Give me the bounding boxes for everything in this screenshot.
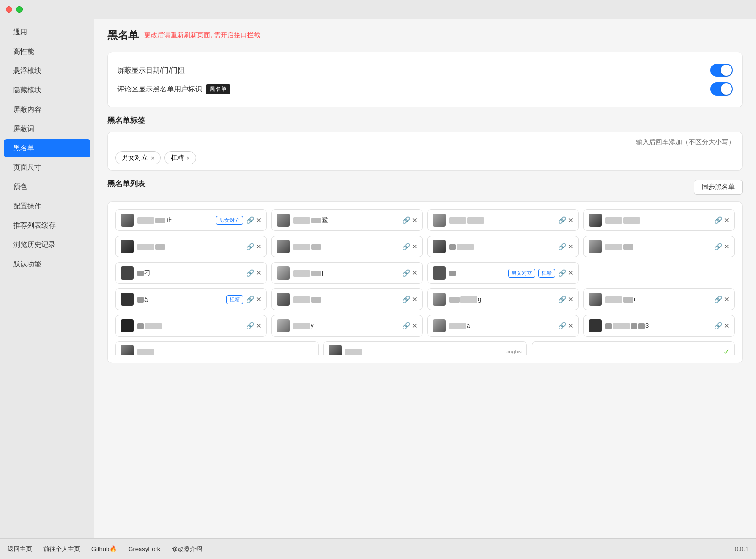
- edit-icon-4[interactable]: 🔗: [246, 243, 254, 250]
- delete-icon-3[interactable]: ✕: [724, 216, 730, 224]
- avatar-6: [433, 240, 446, 253]
- blacklist-item-16: y 🔗 ✕: [271, 315, 423, 337]
- avatar-16: [277, 319, 290, 332]
- bottom-nav-profile[interactable]: 前往个人主页: [43, 545, 80, 553]
- sync-blacklist-button[interactable]: 同步黑名单: [694, 180, 743, 195]
- blacklist-item-15: 🔗 ✕: [115, 315, 267, 337]
- checkmark-icon: ✓: [723, 347, 730, 356]
- blacklist-item-2: 🔗 ✕: [427, 209, 579, 231]
- avatar-p0: [121, 345, 134, 355]
- sidebar-item-rec-cache[interactable]: 推荐列表缓存: [4, 216, 90, 235]
- maximize-button[interactable]: +: [16, 6, 23, 13]
- comment-display-toggle[interactable]: [710, 82, 733, 96]
- delete-icon-14[interactable]: ✕: [724, 296, 730, 303]
- close-button[interactable]: ×: [6, 6, 12, 13]
- edit-icon-6[interactable]: 🔗: [558, 243, 566, 250]
- sidebar-item-browse-history[interactable]: 浏览历史记录: [4, 236, 90, 254]
- edit-icon-1[interactable]: 🔗: [402, 216, 410, 224]
- delete-icon-11[interactable]: ✕: [256, 296, 262, 303]
- delete-icon-17[interactable]: ✕: [568, 322, 574, 329]
- sidebar-item-default-func[interactable]: 默认功能: [4, 255, 90, 273]
- edit-icon-11[interactable]: 🔗: [246, 296, 254, 303]
- edit-icon-10[interactable]: 🔗: [558, 269, 566, 277]
- edit-icon-15[interactable]: 🔗: [246, 322, 254, 329]
- bl-name-1: 鲨: [293, 216, 399, 224]
- avatar-18: [589, 319, 602, 332]
- edit-icon-8[interactable]: 🔗: [246, 269, 254, 277]
- bottom-nav-intro[interactable]: 修改器介绍: [172, 545, 202, 553]
- delete-icon-0[interactable]: ✕: [256, 216, 262, 224]
- avatar-8: [121, 266, 134, 280]
- delete-icon-18[interactable]: ✕: [724, 322, 730, 329]
- edit-icon-9[interactable]: 🔗: [402, 269, 410, 277]
- avatar-4: [121, 240, 134, 253]
- delete-icon-7[interactable]: ✕: [724, 243, 730, 250]
- blacklist-item-6: 🔗 ✕: [427, 236, 579, 257]
- edit-icon-0[interactable]: 🔗: [246, 216, 254, 224]
- page-notice: 更改后请重新刷新页面, 需开启接口拦截: [144, 31, 260, 40]
- delete-icon-12[interactable]: ✕: [412, 296, 418, 303]
- tag-remove-1[interactable]: ×: [187, 155, 190, 162]
- bl-name-10: [449, 270, 505, 277]
- tag-input-field[interactable]: [115, 138, 735, 146]
- sidebar-item-page-size[interactable]: 页面尺寸: [4, 158, 90, 177]
- tag-remove-0[interactable]: ×: [151, 155, 155, 162]
- bl-name-17: à: [449, 322, 555, 329]
- blacklist-item-4: 🔗 ✕: [115, 236, 267, 257]
- blacklist-item-partial-2: ✓: [532, 341, 735, 355]
- bl-name-16: y: [293, 322, 399, 329]
- sidebar-item-general[interactable]: 通用: [4, 23, 90, 41]
- delete-icon-10[interactable]: ✕: [568, 269, 574, 277]
- bl-name-15: [137, 322, 243, 329]
- edit-icon-7[interactable]: 🔗: [714, 243, 722, 250]
- edit-icon-2[interactable]: 🔗: [558, 216, 566, 224]
- blacklist-item-8: 刁 🔗 ✕: [115, 262, 267, 284]
- comment-display-label: 评论区显示黑名单用户标识 黑名单: [117, 84, 230, 94]
- blacklist-item-17: à 🔗 ✕: [427, 315, 579, 337]
- sidebar-item-color[interactable]: 颜色: [4, 178, 90, 196]
- bl-name-9: j: [293, 269, 399, 277]
- delete-icon-4[interactable]: ✕: [256, 243, 262, 250]
- delete-icon-8[interactable]: ✕: [256, 269, 262, 277]
- sidebar-item-blacklist[interactable]: 黑名单: [4, 139, 90, 157]
- delete-icon-2[interactable]: ✕: [568, 216, 574, 224]
- blacklist-section-heading: 黑名单列表: [107, 179, 145, 189]
- avatar-7: [589, 240, 602, 253]
- bottom-nav-github[interactable]: Github🔥: [91, 545, 117, 552]
- bottom-nav-greasyfork[interactable]: GreasyFork: [128, 545, 160, 552]
- sidebar-item-shield-words[interactable]: 屏蔽词: [4, 120, 90, 138]
- delete-icon-16[interactable]: ✕: [412, 322, 418, 329]
- page-title: 黑名单: [107, 28, 139, 42]
- edit-icon-12[interactable]: 🔗: [402, 296, 410, 303]
- edit-icon-3[interactable]: 🔗: [714, 216, 722, 224]
- edit-icon-16[interactable]: 🔗: [402, 322, 410, 329]
- avatar-5: [277, 240, 290, 253]
- bottom-nav-home[interactable]: 返回主页: [8, 545, 32, 553]
- delete-icon-15[interactable]: ✕: [256, 322, 262, 329]
- blacklist-item-7: 🔗 ✕: [583, 236, 735, 257]
- sidebar-item-shield-content[interactable]: 屏蔽内容: [4, 100, 90, 119]
- sidebar-item-performance[interactable]: 高性能: [4, 42, 90, 61]
- blacklist-item-10: 男女对立 杠精 🔗 ✕: [427, 262, 579, 284]
- edit-icon-18[interactable]: 🔗: [714, 322, 722, 329]
- sidebar-item-float-module[interactable]: 悬浮模块: [4, 62, 90, 80]
- app-body: 通用 高性能 悬浮模块 隐藏模块 屏蔽内容 屏蔽词 黑名单 页面尺寸 颜色 配置…: [0, 19, 756, 538]
- scrolled-setting-row: 屏蔽显示日期/门/门阻: [117, 61, 733, 80]
- delete-icon-13[interactable]: ✕: [568, 296, 574, 303]
- edit-icon-13[interactable]: 🔗: [558, 296, 566, 303]
- blacklist-grid-row5: 🔗 ✕ y 🔗 ✕: [115, 315, 735, 337]
- edit-icon-17[interactable]: 🔗: [558, 322, 566, 329]
- bl-name-12: [293, 296, 399, 303]
- title-bar: × +: [0, 0, 756, 19]
- delete-icon-5[interactable]: ✕: [412, 243, 418, 250]
- delete-icon-6[interactable]: ✕: [568, 243, 574, 250]
- avatar-0: [121, 214, 134, 227]
- sidebar-item-hide-module[interactable]: 隐藏模块: [4, 81, 90, 99]
- sidebar-item-config-ops[interactable]: 配置操作: [4, 197, 90, 215]
- edit-icon-5[interactable]: 🔗: [402, 243, 410, 250]
- delete-icon-9[interactable]: ✕: [412, 269, 418, 277]
- scrolled-toggle[interactable]: [710, 64, 733, 77]
- main-content: 黑名单 更改后请重新刷新页面, 需开启接口拦截 屏蔽显示日期/门/门阻 评论区显…: [94, 19, 756, 538]
- edit-icon-14[interactable]: 🔗: [714, 296, 722, 303]
- delete-icon-1[interactable]: ✕: [412, 216, 418, 224]
